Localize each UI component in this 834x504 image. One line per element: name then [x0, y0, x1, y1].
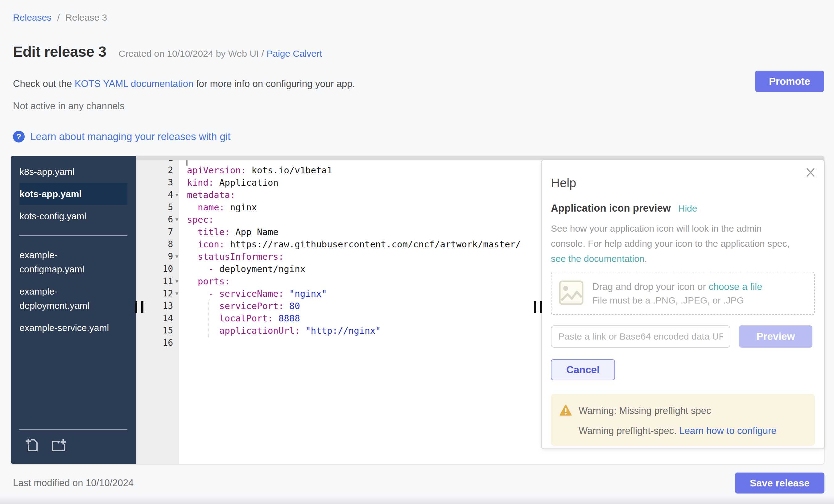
file-name: example-deployment.yaml [19, 284, 117, 313]
icon-preview-description: See how your application icon will look … [551, 221, 815, 266]
code-text: servicePort: 80 [181, 300, 300, 312]
help-panel-resize-handle[interactable] [534, 301, 542, 313]
resize-bar [135, 301, 137, 313]
file-tree-item[interactable]: k8s-app.yaml [19, 161, 127, 183]
code-text: metadata: [181, 189, 235, 201]
line-number: 7 [136, 226, 173, 238]
fold-spacer [173, 312, 181, 325]
line-number: 14 [136, 312, 173, 325]
file-list-divider [19, 235, 127, 236]
new-file-icon[interactable] [24, 437, 40, 455]
line-number: 5 [136, 201, 173, 214]
breadcrumb-link-releases[interactable]: Releases [13, 12, 51, 23]
file-tree-item[interactable]: kots-config.yaml [19, 205, 127, 227]
sidebar-actions [11, 437, 136, 455]
close-icon[interactable] [805, 167, 816, 179]
code-text: apiVersion: kots.io/v1beta1 [181, 164, 332, 176]
warning-detail: Warning preflight-spec. Learn how to con… [578, 425, 806, 436]
docs-hint-suffix: for more info on configuring your app. [193, 78, 355, 89]
dropzone-hint: File must be a .PNG, .JPEG, or .JPG [592, 294, 762, 307]
code-text: - deployment/nginx [181, 263, 305, 275]
line-number: 2 [136, 164, 173, 176]
code-text: icon: https://raw.githubusercontent.com/… [181, 238, 521, 250]
icon-url-input[interactable] [551, 325, 730, 348]
file-list-top: k8s-app.yamlkots-app.yamlkots-config.yam… [11, 156, 136, 227]
line-number: 6 [136, 214, 173, 226]
description-line-1: See how your application icon will look … [551, 221, 815, 236]
help-panel-title: Help [551, 176, 815, 190]
line-number: 9 [136, 250, 173, 263]
image-placeholder-icon [559, 278, 584, 308]
fold-spacer [173, 337, 181, 349]
file-tree-sidebar: k8s-app.yamlkots-app.yamlkots-config.yam… [11, 156, 136, 464]
description-period: . [644, 254, 647, 264]
help-panel: Help Application icon preview Hide See h… [541, 159, 825, 449]
learn-configure-link[interactable]: Learn how to configure [679, 425, 776, 436]
code-text: kind: Application [181, 176, 279, 189]
file-name: kots-app.yaml [19, 187, 82, 201]
file-tree-item[interactable]: example-deployment.yaml [19, 280, 127, 317]
new-folder-icon[interactable] [50, 437, 68, 455]
promote-button[interactable]: Promote [755, 71, 824, 92]
fold-arrow-icon[interactable]: ▾ [173, 214, 181, 226]
fold-spacer [173, 325, 181, 337]
resize-bar [141, 301, 144, 313]
breadcrumb-separator: / [54, 12, 63, 23]
code-text: statusInformers: [181, 250, 284, 263]
icon-dropzone[interactable]: Drag and drop your icon or choose a file… [551, 272, 815, 315]
fold-arrow-icon[interactable]: ▾ [173, 275, 181, 287]
page: Releases / Release 3 Edit release 3 Crea… [0, 0, 834, 504]
git-help-row: ? Learn about managing your releases wit… [13, 131, 231, 143]
icon-url-row: Preview [551, 325, 815, 348]
line-number: 16 [136, 337, 173, 349]
warning-row: Warning: Missing preflight spec [559, 404, 806, 417]
fold-spacer [173, 176, 181, 189]
file-tree-item[interactable]: kots-app.yaml [19, 183, 127, 205]
bottom-gradient [0, 495, 834, 504]
file-tree-item[interactable]: example-service.yaml [19, 317, 127, 339]
code-text: spec: [181, 214, 214, 226]
see-documentation-link[interactable]: see the documentation [551, 254, 644, 264]
docs-hint-prefix: Check out the [13, 78, 75, 89]
icon-preview-title: Application icon preview [551, 202, 671, 214]
description-line-3: see the documentation. [551, 251, 815, 266]
git-releases-link[interactable]: Learn about managing your releases with … [30, 131, 231, 143]
file-tree-item[interactable]: example-configmap.yaml [19, 244, 127, 280]
file-name: example-service.yaml [19, 321, 109, 335]
warning-detail-text: Warning preflight-spec. [578, 425, 679, 436]
dropzone-prompt-text: Drag and drop your icon or [592, 281, 708, 292]
cancel-button[interactable]: Cancel [551, 359, 615, 380]
file-name: kots-config.yaml [19, 209, 86, 223]
code-text: name: nginx [181, 201, 257, 214]
indent-guide [208, 300, 209, 337]
hide-link[interactable]: Hide [678, 203, 697, 214]
resize-bar [534, 301, 536, 313]
line-number: 15 [136, 325, 173, 337]
preview-button[interactable]: Preview [739, 325, 812, 348]
fold-spacer [173, 300, 181, 312]
page-title: Edit release 3 [13, 43, 106, 60]
fold-arrow-icon[interactable]: ▾ [173, 250, 181, 263]
file-list-bottom: example-configmap.yamlexample-deployment… [11, 244, 136, 339]
code-text: title: App Name [181, 226, 279, 238]
last-modified-text: Last modified on 10/10/2024 [13, 478, 134, 488]
resize-bar [540, 301, 542, 313]
line-number: 12 [136, 287, 173, 300]
save-release-button[interactable]: Save release [735, 473, 825, 494]
line-number: 3 [136, 176, 173, 189]
fold-arrow-icon[interactable]: ▾ [173, 189, 181, 201]
sidebar-resize-handle[interactable] [135, 301, 144, 313]
fold-arrow-icon[interactable]: ▾ [173, 287, 181, 300]
sidebar-bottom [11, 429, 136, 455]
code-text: localPort: 8888 [181, 312, 300, 325]
line-number: 4 [136, 189, 173, 201]
breadcrumb: Releases / Release 3 [13, 12, 107, 23]
preflight-warning-box: Warning: Missing preflight spec Warning … [551, 394, 815, 446]
help-circle-icon: ? [13, 131, 25, 143]
fold-spacer [173, 263, 181, 275]
created-author-link[interactable]: Paige Calvert [266, 48, 322, 59]
line-number: 10 [136, 263, 173, 275]
code-text: ports: [181, 275, 230, 287]
choose-file-link[interactable]: choose a file [708, 281, 762, 292]
kots-yaml-docs-link[interactable]: KOTS YAML documentation [75, 78, 193, 89]
